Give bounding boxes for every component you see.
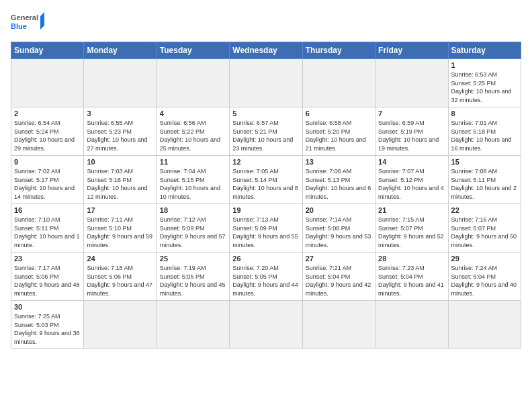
calendar-cell	[84, 301, 157, 349]
day-info: Sunrise: 7:20 AM Sunset: 5:05 PM Dayligh…	[232, 264, 299, 298]
day-number: 13	[306, 158, 372, 166]
day-number: 5	[232, 109, 299, 118]
calendar-cell: 25Sunrise: 7:19 AM Sunset: 5:05 PM Dayli…	[157, 253, 229, 301]
calendar-cell: 12Sunrise: 7:05 AM Sunset: 5:14 PM Dayli…	[230, 156, 302, 204]
header-row: SundayMondayTuesdayWednesdayThursdayFrid…	[11, 42, 521, 59]
page-header: General Blue	[11, 11, 521, 35]
day-info: Sunrise: 6:58 AM Sunset: 5:20 PM Dayligh…	[306, 119, 372, 152]
day-info: Sunrise: 7:19 AM Sunset: 5:05 PM Dayligh…	[160, 264, 226, 298]
day-number: 10	[87, 158, 153, 166]
day-number: 4	[160, 109, 226, 118]
calendar-cell: 23Sunrise: 7:17 AM Sunset: 5:06 PM Dayli…	[11, 253, 84, 301]
day-number: 6	[306, 109, 372, 118]
calendar-cell: 9Sunrise: 7:02 AM Sunset: 5:17 PM Daylig…	[11, 156, 84, 204]
calendar-cell: 21Sunrise: 7:15 AM Sunset: 5:07 PM Dayli…	[375, 204, 448, 253]
calendar-cell: 14Sunrise: 7:07 AM Sunset: 5:12 PM Dayli…	[375, 156, 448, 204]
day-info: Sunrise: 7:02 AM Sunset: 5:17 PM Dayligh…	[14, 167, 81, 201]
day-info: Sunrise: 7:15 AM Sunset: 5:07 PM Dayligh…	[378, 216, 445, 249]
calendar-cell: 16Sunrise: 7:10 AM Sunset: 5:11 PM Dayli…	[11, 204, 84, 253]
generalblue-logo: General Blue	[11, 11, 44, 35]
calendar-cell	[230, 59, 302, 107]
day-number: 7	[378, 109, 445, 118]
calendar-week-row: 2Sunrise: 6:54 AM Sunset: 5:24 PM Daylig…	[11, 107, 521, 156]
calendar-week-row: 16Sunrise: 7:10 AM Sunset: 5:11 PM Dayli…	[11, 204, 521, 253]
calendar-cell: 19Sunrise: 7:13 AM Sunset: 5:09 PM Dayli…	[230, 204, 302, 253]
calendar-cell: 13Sunrise: 7:06 AM Sunset: 5:13 PM Dayli…	[302, 156, 375, 204]
calendar-cell	[84, 59, 157, 107]
day-info: Sunrise: 6:54 AM Sunset: 5:24 PM Dayligh…	[14, 119, 81, 152]
calendar-header: SundayMondayTuesdayWednesdayThursdayFrid…	[11, 42, 521, 59]
svg-marker-2	[40, 12, 44, 30]
calendar-cell: 3Sunrise: 6:55 AM Sunset: 5:23 PM Daylig…	[84, 107, 157, 156]
calendar-cell: 11Sunrise: 7:04 AM Sunset: 5:15 PM Dayli…	[157, 156, 229, 204]
day-info: Sunrise: 7:01 AM Sunset: 5:18 PM Dayligh…	[451, 119, 518, 152]
weekday-header: Monday	[84, 42, 157, 59]
calendar-body: 1Sunrise: 6:53 AM Sunset: 5:25 PM Daylig…	[11, 59, 521, 349]
weekday-header: Sunday	[11, 42, 84, 59]
day-info: Sunrise: 6:57 AM Sunset: 5:21 PM Dayligh…	[232, 119, 299, 152]
day-number: 24	[87, 255, 153, 263]
calendar-cell	[11, 59, 84, 107]
day-info: Sunrise: 7:25 AM Sunset: 5:03 PM Dayligh…	[14, 312, 81, 346]
day-info: Sunrise: 6:59 AM Sunset: 5:19 PM Dayligh…	[378, 119, 445, 152]
weekday-header: Wednesday	[230, 42, 302, 59]
day-number: 26	[232, 255, 299, 263]
calendar-cell: 26Sunrise: 7:20 AM Sunset: 5:05 PM Dayli…	[230, 253, 302, 301]
calendar-week-row: 30Sunrise: 7:25 AM Sunset: 5:03 PM Dayli…	[11, 301, 521, 349]
day-number: 23	[14, 255, 81, 263]
day-number: 1	[451, 61, 518, 69]
calendar-cell	[302, 301, 375, 349]
day-info: Sunrise: 7:13 AM Sunset: 5:09 PM Dayligh…	[232, 216, 299, 249]
calendar-cell: 17Sunrise: 7:11 AM Sunset: 5:10 PM Dayli…	[84, 204, 157, 253]
day-number: 21	[378, 206, 445, 214]
calendar-cell: 2Sunrise: 6:54 AM Sunset: 5:24 PM Daylig…	[11, 107, 84, 156]
day-number: 8	[451, 109, 518, 118]
calendar-cell: 4Sunrise: 6:56 AM Sunset: 5:22 PM Daylig…	[157, 107, 229, 156]
calendar-cell: 6Sunrise: 6:58 AM Sunset: 5:20 PM Daylig…	[302, 107, 375, 156]
day-info: Sunrise: 7:03 AM Sunset: 5:16 PM Dayligh…	[87, 167, 153, 201]
svg-text:Blue: Blue	[11, 22, 27, 30]
calendar-cell	[375, 59, 448, 107]
day-info: Sunrise: 7:23 AM Sunset: 5:04 PM Dayligh…	[378, 264, 445, 298]
day-info: Sunrise: 6:56 AM Sunset: 5:22 PM Dayligh…	[160, 119, 226, 152]
day-number: 14	[378, 158, 445, 166]
calendar-cell: 1Sunrise: 6:53 AM Sunset: 5:25 PM Daylig…	[448, 59, 521, 107]
calendar-cell	[375, 301, 448, 349]
day-number: 22	[451, 206, 518, 214]
calendar-week-row: 1Sunrise: 6:53 AM Sunset: 5:25 PM Daylig…	[11, 59, 521, 107]
calendar-cell	[157, 301, 229, 349]
day-info: Sunrise: 7:11 AM Sunset: 5:10 PM Dayligh…	[87, 216, 153, 249]
svg-text:General: General	[11, 13, 38, 21]
calendar-week-row: 23Sunrise: 7:17 AM Sunset: 5:06 PM Dayli…	[11, 253, 521, 301]
logo: General Blue	[11, 11, 44, 35]
calendar-cell: 18Sunrise: 7:12 AM Sunset: 5:09 PM Dayli…	[157, 204, 229, 253]
calendar-cell	[448, 301, 521, 349]
calendar-cell: 20Sunrise: 7:14 AM Sunset: 5:08 PM Dayli…	[302, 204, 375, 253]
day-number: 25	[160, 255, 226, 263]
weekday-header: Saturday	[448, 42, 521, 59]
calendar-cell: 22Sunrise: 7:16 AM Sunset: 5:07 PM Dayli…	[448, 204, 521, 253]
day-info: Sunrise: 7:06 AM Sunset: 5:13 PM Dayligh…	[306, 167, 372, 201]
day-info: Sunrise: 7:24 AM Sunset: 5:04 PM Dayligh…	[451, 264, 518, 298]
calendar-cell: 5Sunrise: 6:57 AM Sunset: 5:21 PM Daylig…	[230, 107, 302, 156]
day-info: Sunrise: 7:18 AM Sunset: 5:06 PM Dayligh…	[87, 264, 153, 298]
calendar-cell	[230, 301, 302, 349]
day-info: Sunrise: 7:17 AM Sunset: 5:06 PM Dayligh…	[14, 264, 81, 298]
day-info: Sunrise: 7:10 AM Sunset: 5:11 PM Dayligh…	[14, 216, 81, 249]
day-info: Sunrise: 7:07 AM Sunset: 5:12 PM Dayligh…	[378, 167, 445, 201]
calendar-cell: 27Sunrise: 7:21 AM Sunset: 5:04 PM Dayli…	[302, 253, 375, 301]
day-info: Sunrise: 7:04 AM Sunset: 5:15 PM Dayligh…	[160, 167, 226, 201]
day-number: 2	[14, 109, 81, 118]
day-number: 15	[451, 158, 518, 166]
day-info: Sunrise: 7:08 AM Sunset: 5:11 PM Dayligh…	[451, 167, 518, 201]
day-number: 17	[87, 206, 153, 214]
weekday-header: Thursday	[302, 42, 375, 59]
day-number: 30	[14, 303, 81, 311]
day-number: 20	[306, 206, 372, 214]
day-number: 16	[14, 206, 81, 214]
calendar-cell	[302, 59, 375, 107]
day-info: Sunrise: 7:16 AM Sunset: 5:07 PM Dayligh…	[451, 216, 518, 249]
day-number: 9	[14, 158, 81, 166]
calendar-cell: 28Sunrise: 7:23 AM Sunset: 5:04 PM Dayli…	[375, 253, 448, 301]
calendar-cell: 8Sunrise: 7:01 AM Sunset: 5:18 PM Daylig…	[448, 107, 521, 156]
